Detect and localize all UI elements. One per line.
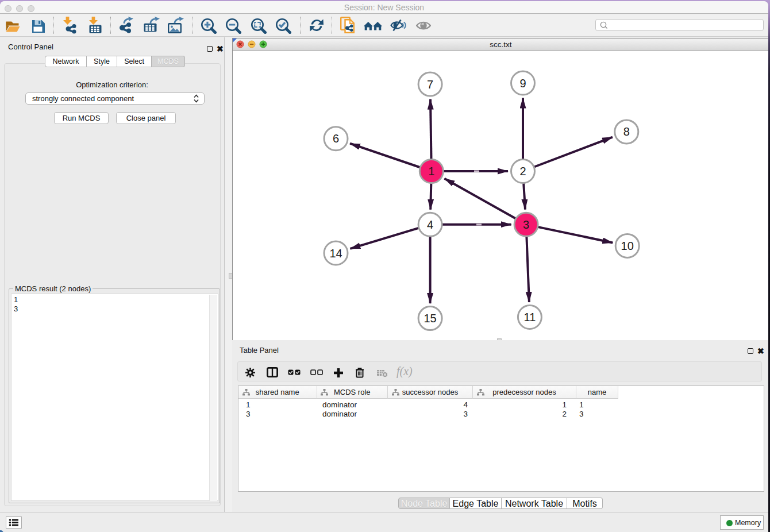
- svg-text:10: 10: [621, 240, 634, 252]
- svg-text:8: 8: [623, 125, 630, 138]
- svg-text:2: 2: [519, 165, 526, 178]
- svg-text:3: 3: [523, 218, 529, 231]
- svg-text:15: 15: [424, 312, 436, 325]
- svg-text:4: 4: [427, 218, 433, 231]
- svg-text:7: 7: [427, 78, 433, 91]
- svg-text:14: 14: [329, 247, 342, 260]
- svg-text:11: 11: [524, 311, 536, 323]
- svg-text:9: 9: [519, 77, 526, 90]
- svg-text:1: 1: [428, 165, 434, 178]
- svg-text:6: 6: [333, 132, 339, 145]
